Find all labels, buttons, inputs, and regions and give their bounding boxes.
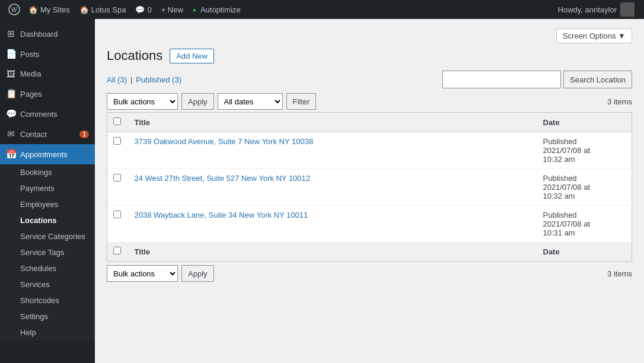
main-content: Screen Options ▼ Locations Add New All (… [95, 19, 644, 363]
admin-sidebar: ⊞ Dashboard 📄 Posts 🖼 Media 📋 Pages 💬 Co… [0, 19, 95, 363]
filter-bar: All (3) | Published (3) Search Location [107, 71, 632, 88]
row-checkbox[interactable] [113, 174, 121, 182]
sidebar-item-employees[interactable]: Employees [0, 196, 95, 212]
table-row: 24 West 27th Street, Suite 527 New York … [107, 169, 632, 206]
filter-published-link[interactable]: Published (3) [136, 75, 181, 84]
sidebar-item-locations[interactable]: Locations [0, 212, 95, 228]
row-date-cell: Published2021/07/08 at10:32 am [537, 169, 632, 206]
filter-separator: | [130, 75, 132, 84]
media-icon: 🖼 [6, 69, 15, 79]
add-new-button[interactable]: Add New [170, 49, 214, 63]
location-title-link[interactable]: 2038 Wayback Lane, Suite 34 New York NY … [135, 211, 308, 219]
locations-table: Title Date 3739 Oakwood Avenue, Suite 7 … [107, 112, 632, 262]
row-checkbox-cell [107, 132, 129, 169]
select-all-footer [107, 242, 129, 262]
row-status: Published2021/07/08 at10:31 am [543, 211, 591, 237]
comments-icon: 💬 [135, 5, 145, 14]
select-all-footer-checkbox[interactable] [113, 247, 121, 254]
sidebar-item-label: Dashboard [20, 30, 58, 39]
sidebar-item-bookings[interactable]: Bookings [0, 164, 95, 180]
search-location-button[interactable]: Search Location [563, 71, 632, 88]
title-column-footer[interactable]: Title [129, 242, 537, 262]
top-actions-bar: Bulk actions Apply All dates Filter 3 it… [107, 93, 632, 110]
date-column-footer[interactable]: Date [537, 242, 632, 262]
location-title-link[interactable]: 3739 Oakwood Avenue, Suite 7 New York NY… [135, 137, 314, 146]
filter-button[interactable]: Filter [286, 93, 317, 110]
wordpress-logo[interactable]: W [5, 0, 24, 19]
bulk-actions-bottom-select[interactable]: Bulk actions [107, 265, 178, 282]
sidebar-item-shortcodes[interactable]: Shortcodes [0, 292, 95, 308]
sidebar-item-label: Comments [20, 110, 58, 119]
posts-icon: 📄 [6, 49, 15, 59]
sidebar-item-appointments[interactable]: 📅 Appointments [0, 144, 95, 164]
sidebar-item-comments[interactable]: 💬 Comments [0, 104, 95, 124]
date-column-header[interactable]: Date [537, 113, 632, 132]
sidebar-item-label: Pages [20, 90, 42, 98]
appointments-submenu: Bookings Payments Employees Locations Se… [0, 164, 95, 340]
row-checkbox-cell [107, 206, 129, 243]
my-sites-icon: 🏠 [28, 5, 38, 14]
sidebar-item-posts[interactable]: 📄 Posts [0, 44, 95, 64]
sidebar-item-dashboard[interactable]: ⊞ Dashboard [0, 24, 95, 44]
new-content-link[interactable]: + New [157, 0, 188, 19]
row-checkbox[interactable] [113, 211, 121, 218]
row-date-cell: Published2021/07/08 at10:31 am [537, 206, 632, 243]
dashboard-icon: ⊞ [6, 28, 15, 39]
sidebar-item-payments[interactable]: Payments [0, 180, 95, 196]
bottom-actions-bar: Bulk actions Apply 3 items [107, 265, 632, 282]
select-all-header [107, 113, 129, 132]
sidebar-item-media[interactable]: 🖼 Media [0, 64, 95, 84]
table-row: 3739 Oakwood Avenue, Suite 7 New York NY… [107, 132, 632, 169]
table-row: 2038 Wayback Lane, Suite 34 New York NY … [107, 206, 632, 243]
sidebar-item-label: Appointments [20, 150, 68, 159]
my-sites-menu[interactable]: 🏠 My Sites [24, 0, 75, 19]
site-name-link[interactable]: 🏠 Lotus Spa [75, 0, 131, 19]
user-account-menu[interactable]: Howdy, anntaylor [553, 0, 639, 19]
user-greeting: Howdy, anntaylor [558, 5, 617, 14]
pages-icon: 📋 [6, 88, 15, 99]
dates-filter-select[interactable]: All dates [218, 93, 283, 110]
new-label: + New [161, 5, 183, 14]
row-title-cell: 3739 Oakwood Avenue, Suite 7 New York NY… [129, 132, 537, 169]
my-sites-label: My Sites [40, 5, 70, 14]
contact-badge: 1 [79, 130, 89, 138]
sidebar-item-settings[interactable]: Settings [0, 308, 95, 324]
table-body: 3739 Oakwood Avenue, Suite 7 New York NY… [107, 132, 632, 243]
site-name: Lotus Spa [91, 5, 126, 14]
admin-bar: W 🏠 My Sites 🏠 Lotus Spa 💬 0 + New ● Aut… [0, 0, 644, 19]
autoptimize-link[interactable]: ● Autoptimize [188, 0, 246, 19]
svg-text:W: W [11, 7, 17, 13]
bulk-actions-top-select[interactable]: Bulk actions [107, 93, 178, 110]
items-count-top: 3 items [607, 97, 632, 106]
search-input[interactable] [442, 71, 561, 88]
screen-options-bar: Screen Options ▼ [107, 28, 632, 43]
home-icon: 🏠 [79, 5, 89, 14]
user-avatar [620, 2, 635, 17]
sidebar-item-service-tags[interactable]: Service Tags [0, 244, 95, 260]
sidebar-item-label: Contact [20, 130, 47, 139]
apply-bottom-button[interactable]: Apply [181, 265, 214, 282]
title-column-header[interactable]: Title [129, 113, 537, 132]
sidebar-item-label: Media [20, 69, 41, 78]
row-checkbox-cell [107, 169, 129, 206]
location-title-link[interactable]: 24 West 27th Street, Suite 527 New York … [135, 174, 311, 183]
sidebar-item-pages[interactable]: 📋 Pages [0, 84, 95, 104]
autoptimize-dot: ● [193, 7, 196, 13]
screen-options-button[interactable]: Screen Options ▼ [556, 28, 632, 43]
row-date-cell: Published2021/07/08 at10:32 am [537, 132, 632, 169]
filter-all-link[interactable]: All (3) [107, 75, 127, 84]
row-checkbox[interactable] [113, 137, 121, 145]
row-status: Published2021/07/08 at10:32 am [543, 174, 591, 200]
sidebar-item-help[interactable]: Help [0, 324, 95, 340]
sidebar-item-services[interactable]: Services [0, 276, 95, 292]
autoptimize-label: Autoptimize [200, 5, 241, 14]
sidebar-item-service-categories[interactable]: Service Categories [0, 228, 95, 244]
row-title-cell: 24 West 27th Street, Suite 527 New York … [129, 169, 537, 206]
comments-link[interactable]: 💬 0 [130, 0, 156, 19]
sidebar-item-contact[interactable]: ✉ Contact 1 [0, 124, 95, 144]
row-title-cell: 2038 Wayback Lane, Suite 34 New York NY … [129, 206, 537, 243]
apply-top-button[interactable]: Apply [181, 93, 214, 110]
comments-count: 0 [147, 5, 151, 14]
sidebar-item-schedules[interactable]: Schedules [0, 260, 95, 276]
select-all-checkbox[interactable] [113, 117, 121, 125]
